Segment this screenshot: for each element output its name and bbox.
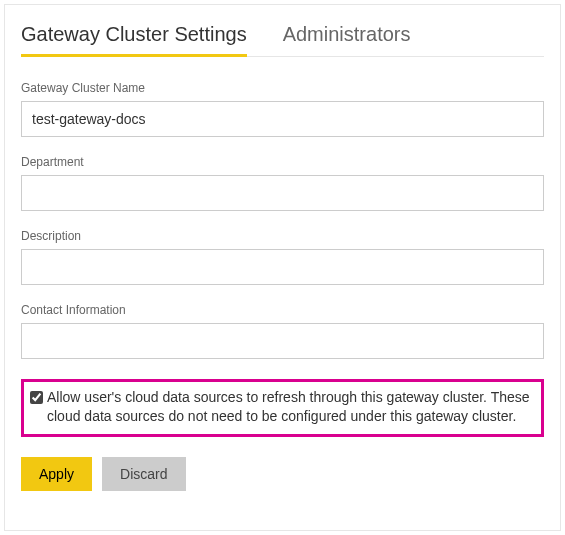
field-group-department: Department (21, 155, 544, 211)
label-department: Department (21, 155, 544, 169)
label-contact-information: Contact Information (21, 303, 544, 317)
input-contact-information[interactable] (21, 323, 544, 359)
button-row: Apply Discard (21, 457, 544, 491)
field-group-description: Description (21, 229, 544, 285)
label-description: Description (21, 229, 544, 243)
checkbox-allow-cloud-refresh-label: Allow user's cloud data sources to refre… (47, 388, 535, 426)
checkbox-allow-cloud-refresh[interactable] (30, 391, 43, 404)
tab-gateway-cluster-settings[interactable]: Gateway Cluster Settings (21, 19, 247, 56)
label-gateway-cluster-name: Gateway Cluster Name (21, 81, 544, 95)
apply-button[interactable]: Apply (21, 457, 92, 491)
tab-administrators[interactable]: Administrators (283, 19, 411, 56)
checkbox-allow-cloud-refresh-row: Allow user's cloud data sources to refre… (21, 379, 544, 437)
field-group-name: Gateway Cluster Name (21, 81, 544, 137)
input-department[interactable] (21, 175, 544, 211)
field-group-contact: Contact Information (21, 303, 544, 359)
input-gateway-cluster-name[interactable] (21, 101, 544, 137)
input-description[interactable] (21, 249, 544, 285)
tabs: Gateway Cluster Settings Administrators (21, 19, 544, 57)
discard-button[interactable]: Discard (102, 457, 185, 491)
settings-panel: Gateway Cluster Settings Administrators … (4, 4, 561, 531)
